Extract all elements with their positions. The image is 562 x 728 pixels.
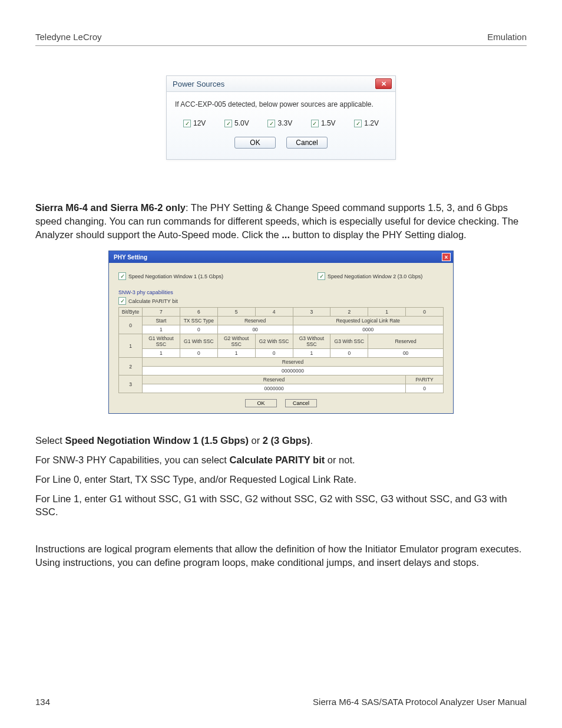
page-footer: 134 Sierra M6-4 SAS/SATA Protocol Analyz… bbox=[35, 697, 527, 707]
paragraph-line0: For Line 0, enter Start, TX SSC Type, an… bbox=[35, 473, 527, 486]
voltage-1v5[interactable]: ✓1.5V bbox=[311, 119, 336, 127]
speed-window-1[interactable]: ✓Speed Negotiation Window 1 (1.5 Gbps) bbox=[118, 272, 223, 280]
power-sources-dialog: Power Sources ✕ If ACC-EXP-005 detected,… bbox=[166, 75, 396, 160]
paragraph-parity: For SNW-3 PHY Capabilities, you can sele… bbox=[35, 453, 527, 467]
checkbox-icon: ✓ bbox=[183, 120, 191, 127]
cell-g2[interactable]: 0 bbox=[255, 349, 293, 358]
dialog-titlebar: Power Sources ✕ bbox=[167, 76, 395, 92]
cell-start[interactable]: 1 bbox=[143, 325, 180, 334]
table-row: 3 Reserved PARITY bbox=[119, 375, 444, 384]
voltage-12v[interactable]: ✓12V bbox=[183, 119, 206, 127]
table-header-row: Bit/Byte 7 6 5 4 3 2 1 0 bbox=[119, 308, 444, 317]
checkbox-icon: ✓ bbox=[318, 272, 325, 280]
phy-setting-dialog: PHY Setting × ✓Speed Negotiation Window … bbox=[108, 251, 454, 414]
cell-g3[interactable]: 0 bbox=[330, 349, 368, 358]
page-number: 134 bbox=[35, 697, 50, 707]
dialog-body: If ACC-EXP-005 detected, below power sou… bbox=[167, 92, 395, 159]
voltage-1v2[interactable]: ✓1.2V bbox=[354, 119, 379, 127]
voltage-3v3[interactable]: ✓3.3V bbox=[267, 119, 292, 127]
phy-bits-table: Bit/Byte 7 6 5 4 3 2 1 0 0 Start TX SSC … bbox=[118, 307, 444, 393]
paragraph-instructions: Instructions are logical program element… bbox=[35, 542, 527, 569]
paragraph-line1: For Line 1, enter G1 without SSC, G1 wit… bbox=[35, 492, 527, 519]
voltage-5v[interactable]: ✓5.0V bbox=[224, 119, 249, 127]
ok-button[interactable]: OK bbox=[234, 137, 276, 149]
cell-g1[interactable]: 0 bbox=[180, 349, 217, 358]
checkbox-icon: ✓ bbox=[311, 120, 319, 127]
page-header: Teledyne LeCroy Emulation bbox=[35, 32, 527, 46]
voltage-row: ✓12V ✓5.0V ✓3.3V ✓1.5V ✓1.2V bbox=[175, 119, 387, 133]
table-row: 1 0 00 0000 bbox=[119, 325, 444, 334]
checkbox-icon: ✓ bbox=[118, 297, 126, 305]
paragraph-select-speed: Select Speed Negotiation Window 1 (1.5 G… bbox=[35, 434, 527, 447]
header-left: Teledyne LeCroy bbox=[35, 32, 102, 42]
speed-window-2[interactable]: ✓Speed Negotiation Window 2 (3.0 Gbps) bbox=[318, 272, 422, 280]
checkbox-icon: ✓ bbox=[267, 120, 275, 127]
cell-parity[interactable]: 0 bbox=[406, 384, 444, 393]
paragraph-phy-intro: Sierra M6-4 and Sierra M6-2 only: The PH… bbox=[35, 201, 527, 241]
phy-button-row: OK Cancel bbox=[118, 399, 444, 407]
close-icon[interactable]: ✕ bbox=[375, 78, 392, 89]
checkbox-icon: ✓ bbox=[224, 120, 232, 127]
calc-parity[interactable]: ✓Calculate PARITY bit bbox=[118, 297, 444, 305]
cell-reserved[interactable]: 00 bbox=[217, 325, 293, 334]
phy-body: ✓Speed Negotiation Window 1 (1.5 Gbps) ✓… bbox=[109, 263, 453, 413]
cell-g3w[interactable]: 1 bbox=[293, 349, 330, 358]
table-row: 00000000 bbox=[119, 367, 444, 375]
cancel-button[interactable]: Cancel bbox=[286, 137, 328, 149]
phy-speed-windows: ✓Speed Negotiation Window 1 (1.5 Gbps) ✓… bbox=[118, 272, 444, 280]
phy-titlebar: PHY Setting × bbox=[109, 251, 453, 263]
table-row: 2 Reserved bbox=[119, 358, 444, 367]
cell-g2w[interactable]: 1 bbox=[217, 349, 255, 358]
table-row: 0000000 0 bbox=[119, 384, 444, 393]
phy-title: PHY Setting bbox=[114, 254, 147, 261]
cell-reserved[interactable]: 00000000 bbox=[143, 367, 444, 375]
header-right: Emulation bbox=[487, 32, 527, 42]
close-icon[interactable]: × bbox=[442, 253, 451, 261]
table-row: 1 0 1 0 1 0 00 bbox=[119, 349, 444, 358]
snw3-caps-label: SNW-3 phy capabilities bbox=[118, 289, 444, 295]
cell-reserved[interactable]: 0000000 bbox=[143, 384, 406, 393]
checkbox-icon: ✓ bbox=[354, 120, 362, 127]
table-row: 0 Start TX SSC Type Reserved Requested L… bbox=[119, 317, 444, 325]
dialog-message: If ACC-EXP-005 detected, below power sou… bbox=[175, 100, 387, 108]
cell-rllr[interactable]: 0000 bbox=[293, 325, 444, 334]
dialog-button-row: OK Cancel bbox=[175, 137, 387, 149]
checkbox-icon: ✓ bbox=[118, 272, 126, 280]
cancel-button[interactable]: Cancel bbox=[285, 399, 317, 407]
cell-txssc[interactable]: 0 bbox=[180, 325, 217, 334]
dialog-title: Power Sources bbox=[173, 80, 224, 88]
cell-g1w[interactable]: 1 bbox=[143, 349, 180, 358]
table-row: 1 G1 Without SSC G1 With SSC G2 Without … bbox=[119, 334, 444, 349]
ok-button[interactable]: OK bbox=[245, 399, 277, 407]
cell-reserved[interactable]: 00 bbox=[368, 349, 444, 358]
manual-title: Sierra M6-4 SAS/SATA Protocol Analyzer U… bbox=[313, 697, 527, 707]
